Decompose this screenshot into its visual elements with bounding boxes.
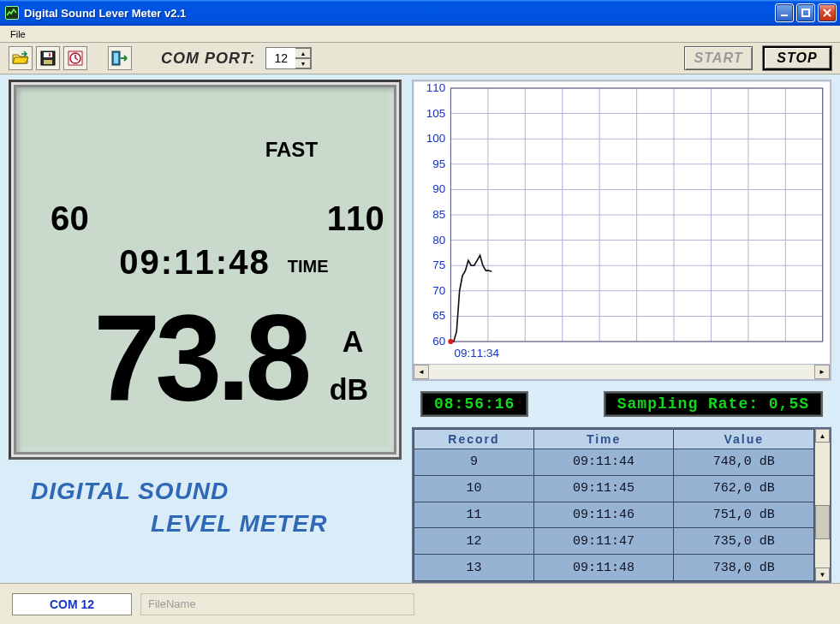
com-port-down[interactable]: ▼ bbox=[295, 58, 311, 68]
status-led-row: 08:56:16 Sampling Rate: 0,5S bbox=[412, 386, 831, 422]
svg-rect-4 bbox=[44, 60, 52, 64]
cell-record: 10 bbox=[414, 475, 534, 502]
cell-record: 11 bbox=[414, 502, 534, 528]
status-com-port: COM 12 bbox=[12, 593, 132, 615]
scale-max: 110 bbox=[327, 199, 384, 238]
svg-rect-0 bbox=[781, 15, 788, 16]
svg-text:75: 75 bbox=[432, 259, 445, 271]
svg-text:60: 60 bbox=[432, 335, 445, 348]
lcd-unit: dB bbox=[330, 373, 368, 406]
close-button[interactable] bbox=[818, 3, 837, 22]
svg-text:85: 85 bbox=[432, 208, 445, 221]
open-file-button[interactable] bbox=[9, 46, 33, 70]
chart-scroll-left[interactable]: ◄ bbox=[414, 365, 429, 379]
svg-rect-9 bbox=[114, 53, 118, 63]
lcd-frame: 60 110 FAST 09:11:48 TIME 73.8 A dB bbox=[9, 80, 402, 460]
cell-record: 13 bbox=[414, 555, 534, 581]
table-scroll-thumb[interactable] bbox=[815, 505, 830, 539]
cell-value: 748,0 dB bbox=[674, 449, 814, 476]
table-row[interactable]: 1009:11:45762,0 dB bbox=[414, 475, 814, 502]
record-table: Record Time Value 909:11:44748,0 dB1009:… bbox=[412, 427, 831, 583]
lcd-weighting: A bbox=[343, 325, 364, 358]
svg-text:80: 80 bbox=[432, 234, 445, 247]
svg-text:105: 105 bbox=[426, 107, 445, 120]
table-row[interactable]: 909:11:44748,0 dB bbox=[414, 449, 814, 476]
col-record[interactable]: Record bbox=[414, 430, 534, 449]
table-row[interactable]: 1109:11:46751,0 dB bbox=[414, 502, 814, 528]
window-title: Digital Sound Lever Meter v2.1 bbox=[24, 7, 775, 20]
svg-point-102 bbox=[448, 339, 453, 344]
right-panel: 606570758085909510010511009:11:34 ◄ ► 08… bbox=[407, 74, 840, 583]
save-button[interactable] bbox=[36, 46, 60, 70]
start-button[interactable]: START bbox=[684, 46, 753, 70]
col-value[interactable]: Value bbox=[674, 430, 814, 449]
com-port-spinner[interactable]: ▲ ▼ bbox=[265, 47, 312, 69]
svg-text:100: 100 bbox=[426, 132, 445, 145]
stop-button[interactable]: STOP bbox=[763, 46, 831, 70]
status-filename: FileName bbox=[140, 593, 414, 615]
product-label: DIGITAL SOUND LEVEL METER bbox=[9, 460, 402, 540]
table-row[interactable]: 1209:11:47735,0 dB bbox=[414, 528, 814, 555]
svg-text:70: 70 bbox=[432, 284, 445, 297]
clock-button[interactable] bbox=[63, 46, 87, 70]
lcd-time: 09:11:48 bbox=[119, 242, 271, 282]
cell-value: 738,0 dB bbox=[674, 555, 814, 581]
cell-value: 762,0 dB bbox=[674, 475, 814, 502]
maximize-button[interactable] bbox=[796, 3, 815, 22]
product-line2: LEVEL METER bbox=[31, 508, 396, 540]
svg-rect-1 bbox=[802, 9, 809, 16]
svg-text:90: 90 bbox=[432, 183, 445, 196]
app-icon bbox=[5, 6, 19, 20]
chart-scroll-right[interactable]: ► bbox=[814, 365, 830, 379]
cell-time: 09:11:46 bbox=[533, 502, 674, 528]
cell-time: 09:11:44 bbox=[533, 449, 674, 476]
lcd-reading: 73.8 bbox=[93, 289, 309, 425]
scale-min: 60 bbox=[51, 199, 89, 238]
cell-record: 9 bbox=[414, 449, 534, 476]
cell-time: 09:11:47 bbox=[533, 528, 674, 555]
table-v-scrollbar[interactable]: ▲ ▼ bbox=[814, 429, 830, 581]
svg-text:95: 95 bbox=[432, 157, 445, 170]
product-line1: DIGITAL SOUND bbox=[31, 475, 396, 508]
table-scroll-up[interactable]: ▲ bbox=[815, 429, 830, 443]
cell-record: 12 bbox=[414, 528, 534, 555]
com-port-label: COM PORT: bbox=[161, 50, 255, 68]
table-scroll-down[interactable]: ▼ bbox=[815, 568, 830, 581]
toolbar-separator bbox=[91, 46, 104, 70]
app-window: Digital Sound Lever Meter v2.1 File bbox=[0, 0, 840, 624]
table-row[interactable]: 1309:11:48738,0 dB bbox=[414, 555, 814, 581]
lcd-time-label: TIME bbox=[288, 257, 329, 276]
minimize-button[interactable] bbox=[775, 3, 794, 22]
titlebar: Digital Sound Lever Meter v2.1 bbox=[0, 0, 840, 26]
lcd-display: 60 110 FAST 09:11:48 TIME 73.8 A dB bbox=[16, 87, 394, 452]
chart: 606570758085909510010511009:11:34 ◄ ► bbox=[412, 80, 831, 381]
left-panel: 60 110 FAST 09:11:48 TIME 73.8 A dB bbox=[0, 74, 407, 624]
svg-rect-5 bbox=[49, 53, 51, 56]
statusbar: COM 12 FileName bbox=[0, 583, 840, 624]
cell-time: 09:11:48 bbox=[533, 555, 674, 581]
menu-file[interactable]: File bbox=[3, 27, 33, 41]
cell-value: 751,0 dB bbox=[674, 502, 814, 528]
chart-h-scrollbar[interactable]: ◄ ► bbox=[414, 364, 830, 379]
led-sampling-rate: Sampling Rate: 0,5S bbox=[604, 391, 823, 417]
menubar: File bbox=[0, 26, 840, 43]
exit-button[interactable] bbox=[108, 46, 132, 70]
chart-scroll-track[interactable] bbox=[429, 365, 814, 379]
led-clock: 08:56:16 bbox=[420, 391, 528, 417]
svg-text:09:11:34: 09:11:34 bbox=[455, 347, 499, 360]
cell-time: 09:11:45 bbox=[533, 475, 674, 502]
svg-text:65: 65 bbox=[432, 310, 445, 323]
col-time[interactable]: Time bbox=[533, 430, 674, 449]
mode-label: FAST bbox=[265, 138, 319, 161]
client-area: 60 110 FAST 09:11:48 TIME 73.8 A dB bbox=[0, 74, 840, 624]
com-port-input[interactable] bbox=[266, 48, 295, 68]
svg-rect-3 bbox=[44, 52, 52, 57]
svg-text:110: 110 bbox=[426, 81, 445, 94]
toolbar: COM PORT: ▲ ▼ START STOP bbox=[0, 43, 840, 74]
cell-value: 735,0 dB bbox=[674, 528, 814, 555]
com-port-up[interactable]: ▲ bbox=[295, 48, 311, 58]
